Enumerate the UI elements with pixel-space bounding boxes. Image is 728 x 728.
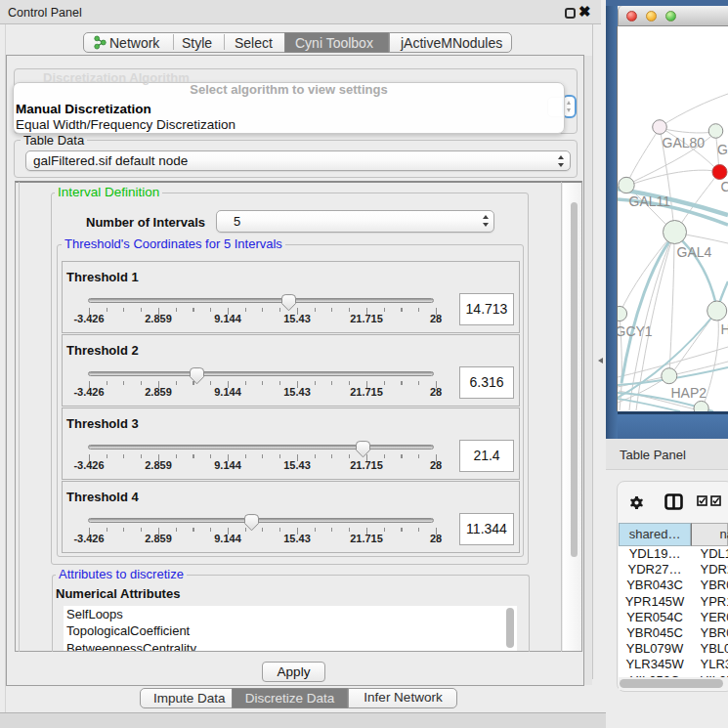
svg-text:C: C — [721, 179, 728, 194]
svg-text:HAP2: HAP2 — [671, 385, 707, 401]
svg-text:GAL11: GAL11 — [629, 193, 671, 209]
svg-text:GAL4: GAL4 — [677, 244, 712, 260]
svg-text:GCY1: GCY1 — [618, 323, 653, 339]
svg-text:HI: HI — [721, 321, 728, 337]
svg-text:GAL80: GAL80 — [663, 135, 706, 150]
svg-text:GA: GA — [717, 142, 728, 157]
